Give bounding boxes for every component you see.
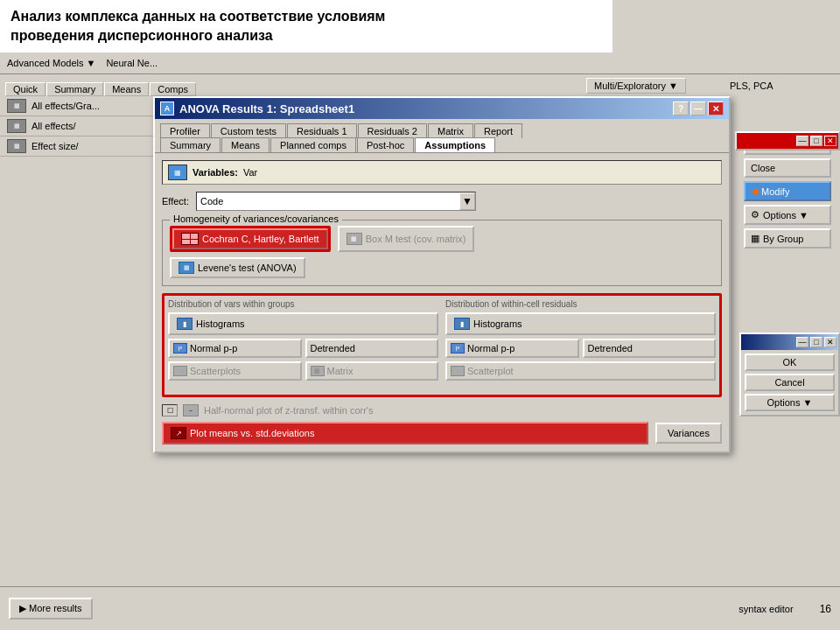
dialog-content: ▦ Variables: Var Effect: Code ▼ Homogene… — [155, 153, 729, 452]
dialog-max-button[interactable]: □ — [810, 136, 822, 146]
normal-pp-left-button[interactable]: P Normal p-p — [168, 339, 302, 358]
explore-menu-area: Multi/Exploratory ▼ — [586, 74, 726, 96]
scatterplot-right-button[interactable]: · Scatterplot — [445, 361, 716, 381]
levene-button[interactable]: ▦ Levene's test (ANOVA) — [170, 257, 305, 278]
top-menubar: Advanced Models ▼ Neural Ne... — [0, 52, 840, 74]
normal-pp-right-button[interactable]: P Normal p-p — [445, 339, 579, 358]
tab-means[interactable]: Means — [221, 137, 270, 152]
effect-row: Effect: Code ▼ — [162, 192, 722, 211]
scatterplots-icon: · — [173, 366, 187, 376]
multi-exploratory-menu[interactable]: Multi/Exploratory ▼ — [586, 78, 686, 94]
dist-residuals-section: Distribution of within-cell residuals ▮ … — [445, 299, 716, 384]
sidebar-icon-2: ▦ — [7, 119, 26, 133]
sidebar-item-1[interactable]: ▦ All effects/Gra... — [0, 96, 158, 116]
cancel-btn[interactable]: Cancel — [745, 374, 835, 391]
syntax-editor-label: syntax editor — [738, 604, 793, 614]
plot-means-button[interactable]: ↗ Plot means vs. std.deviations — [162, 422, 648, 444]
variables-value: Var — [243, 167, 257, 178]
halfnormal-icon: ~ — [183, 404, 199, 416]
right-panel: ▲ Less Close ◀ Modify ⚙ Options ▼ ▦ By G… — [744, 136, 831, 248]
effect-select-wrapper: Code ▼ — [196, 192, 476, 211]
by-group-button[interactable]: ▦ By Group — [744, 228, 831, 248]
sidebar-item-2[interactable]: ▦ All effects/ — [0, 116, 158, 136]
dist-btn-row-4: · Scatterplot — [445, 361, 716, 381]
titlebar-close-button[interactable]: ✕ — [708, 102, 724, 116]
dist-residuals-label: Distribution of within-cell residuals — [445, 299, 716, 309]
normal-pp-left-icon: P — [173, 343, 187, 354]
dialog-bottom-close[interactable]: ✕ — [824, 337, 836, 347]
page-number: 16 — [820, 603, 831, 615]
tab-bar-outer: Quick Summary Means Comps — [0, 74, 438, 96]
tab-residuals2[interactable]: Residuals 2 — [358, 123, 427, 138]
arrow-left-icon: ◀ — [751, 186, 758, 197]
matrix-button[interactable]: ▦ Matrix — [305, 361, 439, 381]
detrended-right-button[interactable]: Detrended — [583, 339, 717, 358]
dialog-title-text: ANOVA Results 1: Spreadsheet1 — [179, 102, 354, 116]
tabs-row1: Profiler Custom tests Residuals 1 Residu… — [155, 119, 729, 137]
advanced-models-menu[interactable]: Advanced Models ▼ — [7, 58, 95, 68]
sidebar: ▦ All effects/Gra... ▦ All effects/ ▦ Ef… — [0, 96, 158, 157]
matrix-icon: ▦ — [311, 366, 325, 376]
effect-label: Effect: — [162, 196, 189, 206]
dialog-bottom-min[interactable]: — — [796, 337, 808, 347]
sidebar-icon-1: ▦ — [7, 99, 26, 113]
dialog-bottom-max[interactable]: □ — [810, 337, 822, 347]
options-icon: ⚙ — [751, 209, 760, 220]
tab-quick[interactable]: Quick — [5, 82, 46, 96]
histograms-right-button[interactable]: ▮ Histograms — [445, 312, 716, 335]
tab-residuals1[interactable]: Residuals 1 — [287, 123, 356, 138]
tab-matrix[interactable]: Matrix — [428, 123, 473, 138]
pls-pca-area: PLS, PCA — [726, 74, 840, 96]
dialog-min-button[interactable]: — — [796, 136, 808, 146]
normal-pp-right-icon: P — [451, 343, 465, 354]
options-button[interactable]: ⚙ Options ▼ — [744, 205, 831, 225]
variances-button[interactable]: Variances — [655, 423, 722, 444]
dist-vars-section: Distribution of vars within groups ▮ His… — [168, 299, 438, 384]
more-results-button[interactable]: ▶ More results — [9, 598, 93, 620]
cochran-button[interactable]: Cochran C, Hartley, Bartlett — [172, 228, 328, 249]
box-m-button[interactable]: ▦ Box M test (cov. matrix) — [338, 226, 475, 252]
tab-custom-tests[interactable]: Custom tests — [211, 123, 286, 138]
levene-row: ▦ Levene's test (ANOVA) — [170, 257, 714, 278]
scatterplots-button[interactable]: · Scatterplots — [168, 361, 302, 381]
histograms-left-button[interactable]: ▮ Histograms — [168, 312, 438, 335]
box-m-icon: ▦ — [346, 233, 362, 245]
title-area: Анализ комплекса данных на соответствие … — [0, 0, 612, 54]
scatterplot-right-icon: · — [451, 366, 465, 376]
tab-report[interactable]: Report — [474, 123, 522, 138]
modify-button[interactable]: ◀ Modify — [744, 181, 831, 201]
tab-planned-comps[interactable]: Planned comps — [270, 137, 356, 152]
sidebar-label-2: All effects/ — [32, 121, 76, 131]
detrended-left-button[interactable]: Detrended — [305, 339, 439, 358]
tab-means[interactable]: Means — [104, 82, 149, 96]
plot-means-icon: ↗ — [171, 427, 186, 439]
titlebar-help-button[interactable]: ? — [673, 102, 689, 116]
close-button[interactable]: Close — [744, 158, 831, 178]
sidebar-icon-3: ▦ — [7, 139, 26, 153]
tab-assumptions[interactable]: Assumptions — [415, 137, 495, 152]
histogram-right-icon: ▮ — [454, 318, 470, 330]
tab-profiler[interactable]: Profiler — [160, 123, 210, 138]
options-btn[interactable]: Options ▼ — [745, 394, 835, 411]
halfnormal-checkbox[interactable]: ☐ — [162, 404, 178, 416]
bottom-area: ▶ More results syntax editor 16 — [0, 586, 840, 630]
sidebar-item-3[interactable]: ▦ Effect size/ — [0, 136, 158, 157]
distribution-sections: Distribution of vars within groups ▮ His… — [168, 299, 716, 384]
tab-summary[interactable]: Summary — [46, 82, 103, 96]
tab-comps[interactable]: Comps — [150, 82, 196, 96]
anova-dialog: A ANOVA Results 1: Spreadsheet1 ? — ✕ Pr… — [153, 96, 731, 453]
page-title: Анализ комплекса данных на соответствие … — [10, 7, 602, 46]
titlebar-min-button[interactable]: — — [690, 102, 706, 116]
neural-menu[interactable]: Neural Ne... — [106, 58, 158, 68]
dialog-close-button[interactable]: ✕ — [824, 136, 836, 146]
dist-btn-row-2: · Scatterplots ▦ Matrix — [168, 361, 438, 381]
homogeneity-buttons-row: Cochran C, Hartley, Bartlett ▦ Box M tes… — [170, 226, 714, 252]
pls-pca-label: PLS, PCA — [730, 80, 774, 91]
tab-post-hoc[interactable]: Post-hoc — [357, 137, 414, 152]
ok-btn[interactable]: OK — [745, 354, 835, 371]
dist-btn-row-3: P Normal p-p Detrended — [445, 339, 716, 358]
homogeneity-title: Homogeneity of variances/covariances — [170, 214, 342, 224]
effect-dropdown-arrow[interactable]: ▼ — [459, 192, 475, 210]
tab-summary[interactable]: Summary — [160, 137, 220, 152]
sidebar-label-1: All effects/Gra... — [32, 101, 100, 111]
